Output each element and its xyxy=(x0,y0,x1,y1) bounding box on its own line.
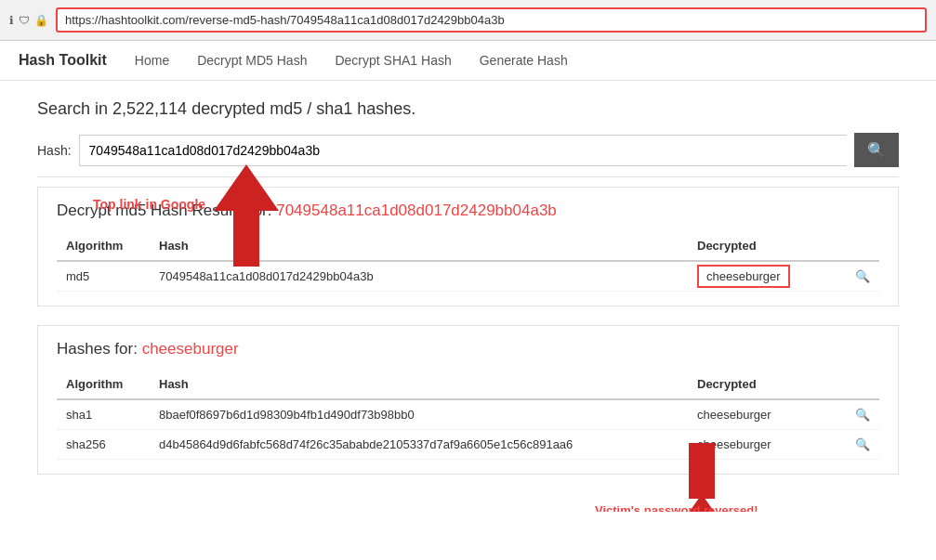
arrow-head-up xyxy=(214,164,279,211)
hash-cell-sha256: d4b45864d9d6fabfc568d74f26c35ababde21053… xyxy=(150,430,688,460)
col-header-icon-2 xyxy=(846,370,879,399)
col-header-decrypted: Decrypted xyxy=(688,231,846,261)
lock-icon: 🔒 xyxy=(34,14,48,27)
nav-link-home[interactable]: Home xyxy=(135,53,169,68)
decrypted-cell: cheeseburger xyxy=(688,261,846,292)
hashes-result-box: Hashes for: cheeseburger Algorithm Hash … xyxy=(37,325,899,475)
decrypt-result-table: Algorithm Hash Decrypted md5 7049548a11c… xyxy=(57,231,879,292)
search-icon-sha1[interactable]: 🔍 xyxy=(846,399,879,430)
main-content: Search in 2,522,114 decrypted md5 / sha1… xyxy=(0,81,936,512)
algo-cell-sha1: sha1 xyxy=(57,399,150,430)
col-header-algorithm-2: Algorithm xyxy=(57,370,150,399)
info-icon: ℹ xyxy=(9,14,14,27)
shield-icon: 🛡 xyxy=(19,14,30,27)
table-row: sha1 8baef0f8697b6d1d98309b4fb1d490df73b… xyxy=(57,399,879,430)
nav-link-generate-hash[interactable]: Generate Hash xyxy=(480,53,568,68)
browser-security-icons: ℹ 🛡 🔒 xyxy=(9,14,48,27)
navigation: Hash Toolkit Home Decrypt MD5 Hash Decry… xyxy=(0,41,936,81)
search-button[interactable]: 🔍 xyxy=(854,133,899,167)
address-bar[interactable]: https://hashtoolkit.com/reverse-md5-hash… xyxy=(56,7,927,33)
browser-bar: ℹ 🛡 🔒 https://hashtoolkit.com/reverse-md… xyxy=(0,0,936,41)
hash-input[interactable] xyxy=(79,135,847,166)
divider-1 xyxy=(37,176,899,177)
table-row: md5 7049548a11ca1d08d017d2429bb04a3b che… xyxy=(57,261,879,292)
arrow-shaft-down xyxy=(689,443,715,499)
victim-password-label: Victim's password reversed! xyxy=(595,503,758,512)
hash-cell-sha1: 8baef0f8697b6d1d98309b4fb1d490df73b98bb0 xyxy=(150,399,688,430)
algo-cell-sha256: sha256 xyxy=(57,430,150,460)
nav-link-decrypt-md5[interactable]: Decrypt MD5 Hash xyxy=(197,53,307,68)
hash-label: Hash: xyxy=(37,143,72,158)
hashes-result-title: Hashes for: cheeseburger xyxy=(57,340,879,358)
decrypt-table-header: Algorithm Hash Decrypted xyxy=(57,231,879,261)
decrypted-cell-sha1: cheeseburger xyxy=(688,399,846,430)
table-row: sha256 d4b45864d9d6fabfc568d74f26c35abab… xyxy=(57,430,879,460)
col-header-decrypted-2: Decrypted xyxy=(688,370,846,399)
hashes-result-table: Algorithm Hash Decrypted sha1 8baef0f869… xyxy=(57,370,879,460)
col-header-hash-2: Hash xyxy=(150,370,688,399)
search-icon-cell[interactable]: 🔍 xyxy=(846,261,879,292)
search-icon-sha256[interactable]: 🔍 xyxy=(846,430,879,460)
arrow-shaft-up xyxy=(233,211,259,267)
search-row: Hash: 🔍 xyxy=(37,133,899,167)
col-header-icon-1 xyxy=(846,231,879,261)
nav-brand: Hash Toolkit xyxy=(19,52,107,69)
search-title: Search in 2,522,114 decrypted md5 / sha1… xyxy=(37,99,899,119)
hashes-table-header: Algorithm Hash Decrypted xyxy=(57,370,879,399)
col-header-hash: Hash xyxy=(150,231,688,261)
hash-cell: 7049548a11ca1d08d017d2429bb04a3b xyxy=(150,261,688,292)
col-header-algorithm: Algorithm xyxy=(57,231,150,261)
algo-cell: md5 xyxy=(57,261,150,292)
top-link-label: Top link in Google xyxy=(93,197,205,212)
nav-link-decrypt-sha1[interactable]: Decrypt SHA1 Hash xyxy=(335,53,451,68)
